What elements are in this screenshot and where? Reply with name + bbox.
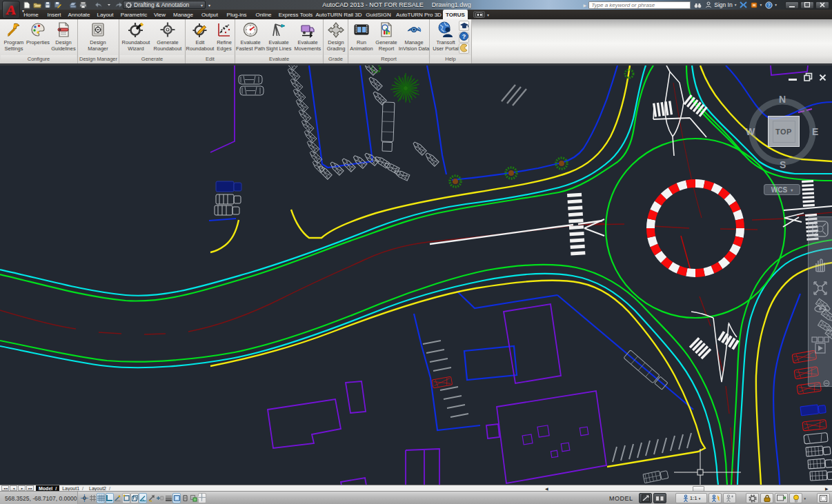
drawing-canvas[interactable]: N W E S TOP WCS ▾ (0, 65, 832, 485)
ribbon-state-icon[interactable] (473, 11, 485, 18)
status-overflow-icon[interactable]: ▾ (804, 496, 806, 501)
ribbon-button-transoft-user-portal[interactable]: TransoftUser Portal (431, 21, 460, 52)
undo-dropdown-icon[interactable] (104, 1, 113, 9)
save-as-icon[interactable] (53, 1, 62, 9)
ribbon-button-roundabout-wizard[interactable]: RoundaboutWizard (121, 21, 150, 52)
menu-tab-torus[interactable]: TORUS (443, 10, 468, 19)
first-tab-icon[interactable]: ◄◄ (1, 485, 9, 491)
viewcube-east[interactable]: E (812, 126, 818, 137)
menu-tab-layout[interactable]: Layout (93, 10, 117, 19)
application-menu-button[interactable]: A ▾ (2, 1, 20, 19)
undo-icon[interactable] (94, 1, 103, 9)
status-toggle-polar-tracking[interactable] (114, 493, 122, 503)
ribbon-button-evaluate-sight-lines[interactable]: EvaluateSight Lines (264, 21, 293, 52)
workspace-selector[interactable]: Drafting & Annotation ▾ (123, 1, 206, 9)
menu-tab-online[interactable]: Online (251, 10, 276, 19)
dwg-restore-button[interactable] (804, 72, 813, 84)
viewcube[interactable]: N W E S TOP (746, 96, 818, 168)
menu-tab-plug-ins[interactable]: Plug-ins (222, 10, 251, 19)
status-toggle-selection-cycling[interactable] (190, 493, 198, 503)
annotation-scale-button[interactable]: 1:1 ▾ (675, 493, 707, 503)
print-icon[interactable] (79, 1, 88, 9)
ribbon-button-generate-roundabout[interactable]: GenerateRoundabout (153, 21, 182, 52)
menu-tab-insert[interactable]: Insert (43, 10, 65, 19)
dwg-minimize-button[interactable] (789, 72, 798, 84)
ribbon-button-design-manager[interactable]: DesignManager (83, 21, 112, 52)
open-folder-icon[interactable] (32, 1, 41, 9)
auto-annotation-scale-button[interactable] (723, 493, 736, 503)
navbar-collapse-icon[interactable] (823, 377, 830, 390)
ribbon-button-properties[interactable]: Properties (23, 21, 52, 46)
comm-dropdown-icon[interactable]: ▾ (760, 3, 762, 7)
qat-overflow-icon[interactable]: ▾ (208, 3, 210, 8)
sign-in-label[interactable]: Sign In (714, 1, 732, 8)
status-toggle-object-snap-tracking[interactable] (139, 493, 147, 503)
status-toggle-3d-object-snap[interactable] (130, 493, 139, 503)
viewcube-north[interactable]: N (779, 94, 786, 105)
app-close-button[interactable] (815, 1, 829, 9)
menu-tab-autoturn-pro-3d[interactable]: AutoTURN Pro 3D (395, 10, 443, 19)
help-dropdown-icon[interactable]: ▾ (775, 3, 777, 7)
prev-tab-icon[interactable]: ◄ (10, 485, 17, 491)
ribbon-button-design-guidelines[interactable]: DesignGuidelines (49, 21, 78, 52)
menu-tab-view[interactable]: View (150, 10, 169, 19)
model-layout-button[interactable] (639, 493, 652, 503)
hscroll-right-icon[interactable]: ▶ (825, 486, 829, 491)
ribbon-button-manage-invision-data[interactable]: ManageInVision Data (399, 21, 428, 52)
status-toggle-object-snap[interactable] (122, 493, 130, 503)
dwg-close-button[interactable] (819, 72, 826, 84)
about-button[interactable] (459, 43, 469, 54)
next-tab-icon[interactable]: ► (18, 485, 26, 491)
viewcube-south[interactable]: S (780, 159, 786, 170)
help-circle-button[interactable]: ? (459, 32, 469, 43)
status-toggle-infer-constraints[interactable] (80, 493, 88, 503)
ribbon-button-design-grading[interactable]: DesignGrading (321, 21, 350, 52)
app-maximize-button[interactable] (800, 1, 814, 9)
ribbon-button-generate-report[interactable]: GenerateReport (372, 21, 401, 52)
viewcube-top-face[interactable]: TOP (768, 116, 800, 147)
clean-screen-button[interactable] (817, 493, 830, 503)
wcs-button[interactable]: WCS ▾ (764, 184, 800, 195)
navwheel-icon[interactable] (812, 221, 829, 240)
menu-tab-express-tools[interactable]: Express Tools (276, 10, 315, 19)
sign-in-user-icon[interactable] (705, 1, 712, 8)
menu-tab-guidsign[interactable]: GuidSIGN (362, 10, 395, 19)
menu-tab-parametric[interactable]: Parametric (117, 10, 150, 19)
viewcube-west[interactable]: W (746, 126, 755, 137)
status-toggle-grid-display[interactable] (97, 493, 105, 503)
menu-tab-manage[interactable]: Manage (169, 10, 197, 19)
help-icon[interactable]: ? (765, 1, 773, 9)
search-input[interactable]: Type a keyword or phrase (588, 1, 691, 9)
exchange-apps-icon[interactable] (740, 1, 747, 8)
zoom-extents-icon[interactable] (813, 281, 828, 299)
menu-tab-autoturn-rail-3d[interactable]: AutoTURN Rail 3D (315, 10, 362, 19)
search-binoculars-icon[interactable] (694, 2, 702, 8)
last-tab-icon[interactable]: ►► (26, 485, 34, 491)
ribbon-button-refine-edges[interactable]: RefineEdges (210, 21, 239, 52)
save-icon[interactable] (43, 1, 52, 9)
ribbon-state-dropdown-icon[interactable]: ▾ (487, 12, 489, 17)
status-toggle-lineweight[interactable] (164, 493, 172, 503)
menu-tab-output[interactable]: Output (197, 10, 222, 19)
app-minimize-button[interactable] (785, 1, 799, 9)
annotation-visibility-button[interactable] (709, 493, 722, 503)
status-toggle-quick-properties[interactable] (181, 493, 189, 503)
communication-center-icon[interactable] (751, 1, 757, 8)
ribbon-button-evaluate-fastest-path[interactable]: EvaluateFastest Path (236, 21, 265, 52)
status-toggle-dynamic-ucs[interactable] (148, 493, 156, 503)
graduation-cap-button[interactable] (459, 21, 469, 31)
sign-in-dropdown-icon[interactable]: ▾ (735, 3, 737, 7)
ribbon-button-evaluate-movements[interactable]: EvaluateMovements (293, 21, 322, 52)
status-toggle-ortho-mode[interactable] (106, 493, 114, 503)
plot-icon[interactable] (68, 1, 77, 9)
status-toggle-snap-mode[interactable] (88, 493, 97, 503)
status-toggle-dynamic-input[interactable] (156, 493, 164, 503)
hardware-acceleration-button[interactable] (775, 493, 788, 503)
status-toggle-status-plus[interactable] (198, 493, 206, 503)
status-toggle-transparency[interactable] (172, 493, 181, 503)
hscroll-left-icon[interactable]: ◀ (545, 486, 548, 491)
pan-hand-icon[interactable] (813, 257, 827, 275)
isolate-objects-button[interactable] (789, 493, 802, 503)
workspace-switching-button[interactable] (746, 493, 759, 503)
quick-view-layouts-button[interactable] (653, 493, 666, 503)
